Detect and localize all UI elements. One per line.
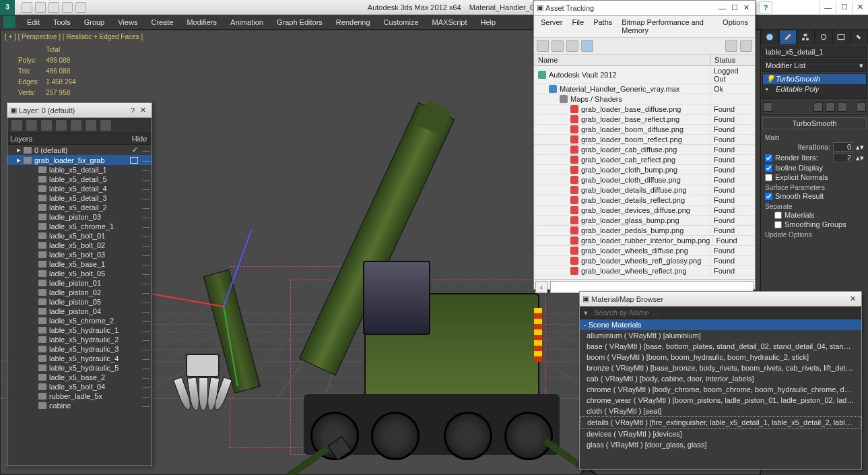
asset-row[interactable]: Maps / Shaders [534, 94, 755, 104]
asset-row[interactable]: grab_loader_cloth_diffuse.pngFound [534, 175, 755, 185]
hierarchy-tab-icon[interactable] [797, 30, 815, 44]
settings-icon[interactable] [740, 40, 752, 52]
qat-save-icon[interactable] [48, 2, 59, 13]
rollout-header[interactable]: TurboSmooth [762, 117, 867, 129]
asset-menu-file[interactable]: File [568, 17, 588, 36]
hide-toggle[interactable]: — [142, 156, 150, 164]
asset-row[interactable]: grab_loader_base_diffuse.pngFound [534, 104, 755, 115]
hide-toggle[interactable]: — [142, 383, 150, 391]
layer-row[interactable]: ladle_piston_01— [7, 278, 152, 288]
sep-materials-checkbox[interactable] [774, 212, 782, 219]
layer-row[interactable]: lable_x5_hydraulic_5— [7, 363, 152, 373]
highlight-editable-icon[interactable] [725, 40, 737, 52]
hide-toggle[interactable]: — [142, 194, 150, 202]
qat-new-icon[interactable] [22, 2, 32, 13]
material-row[interactable]: base ( VRayMtl ) [base, bottom_plates, s… [580, 341, 861, 352]
table-view-icon[interactable] [566, 40, 578, 52]
asset-row[interactable]: grab_loader_boom_reflect.pngFound [534, 135, 755, 145]
layer-list[interactable]: ▸ 0 (default)✓—▸ grab_loader_5x_grab—lab… [7, 145, 152, 452]
hide-toggle[interactable]: — [142, 373, 150, 381]
asset-menu-bitmap-performance-and-memory[interactable]: Bitmap Performance and Memory [617, 17, 717, 36]
hide-toggle[interactable]: — [142, 317, 150, 325]
hide-toggle[interactable]: — [142, 270, 150, 278]
create-tab-icon[interactable] [761, 30, 779, 44]
menu-rendering[interactable]: Rendering [329, 16, 377, 28]
tree-view-icon[interactable] [552, 40, 564, 52]
asset-menu-server[interactable]: Server [537, 17, 566, 36]
viewport-label[interactable]: [ + ] [ Perspective ] [ Realistic + Edge… [5, 33, 143, 40]
asset-row[interactable]: grab_loader_boom_diffuse.pngFound [534, 125, 755, 135]
hide-toggle[interactable]: — [142, 251, 150, 259]
menu-views[interactable]: Views [111, 16, 144, 28]
layer-row[interactable]: ladle_piston_02— [7, 288, 152, 297]
material-row[interactable]: bronze ( VRayMtl ) [base_bronze, body_ri… [580, 362, 861, 373]
hide-toggle[interactable]: — [142, 241, 150, 249]
layer-row[interactable]: ladle_x5_bolt_04— [7, 382, 152, 391]
help-icon[interactable]: ? [128, 106, 137, 115]
qat-redo-icon[interactable] [75, 2, 86, 13]
menu-group[interactable]: Group [77, 16, 112, 28]
asset-row[interactable]: grab_loader_details_diffuse.pngFound [534, 185, 755, 195]
explicit-normals-checkbox[interactable] [765, 174, 772, 181]
smooth-result-checkbox[interactable] [765, 193, 772, 200]
hide-toggle[interactable]: — [142, 279, 150, 287]
display-tab-icon[interactable] [832, 30, 850, 44]
qat-open-icon[interactable] [35, 2, 46, 13]
layer-row[interactable]: ladle_piston_03— [7, 212, 152, 222]
utilities-tab-icon[interactable] [850, 30, 869, 44]
modifier-list-dropdown[interactable]: Modifier List▾ [762, 59, 867, 72]
menu-create[interactable]: Create [144, 16, 180, 28]
material-row[interactable]: devices ( VRayMtl ) [devices] [580, 429, 861, 439]
material-row[interactable]: cloth ( VRayMtl ) [seat] [580, 406, 861, 416]
asset-row[interactable]: grab_loader_wheels_refl_glossy.pngFound [534, 256, 755, 266]
layer-box-icon[interactable] [130, 157, 138, 164]
hide-layer-icon[interactable] [86, 120, 96, 131]
maximize-button[interactable]: ☐ [836, 1, 852, 13]
menu-customize[interactable]: Customize [377, 16, 426, 28]
asset-row[interactable]: grab_loader_pedals_bump.pngFound [534, 226, 755, 236]
modifier-stack[interactable]: 💡 TurboSmooth▪ Editable Poly [762, 73, 867, 99]
asset-window-titlebar[interactable]: ▣ Asset Tracking — ☐ ✕ [534, 1, 755, 15]
layer-row[interactable]: ladle_x5_bolt_02— [7, 241, 152, 250]
layer-row[interactable]: ladle_x5_chrome_1— [7, 222, 152, 231]
layer-row[interactable]: lable_x5_detail_4— [7, 184, 152, 193]
menu-maxscript[interactable]: MAXScript [426, 16, 474, 28]
maximize-icon[interactable]: ☐ [729, 3, 741, 12]
vertex-icon[interactable]: ▪ [766, 85, 774, 93]
iterations-spinner[interactable] [833, 142, 853, 152]
asset-row[interactable]: grab_loader_cab_diffuse.pngFound [534, 145, 755, 155]
layer-row[interactable]: ▸ grab_loader_5x_grab— [7, 155, 152, 165]
asset-row[interactable]: grab_loader_cab_reflect.pngFound [534, 155, 755, 165]
layer-row[interactable]: ladle_x5_bolt_01— [7, 231, 152, 241]
add-to-layer-icon[interactable] [41, 120, 52, 131]
hide-toggle[interactable]: — [142, 307, 150, 315]
layer-row[interactable]: lable_x5_hydraulic_1— [7, 325, 152, 335]
col-hide[interactable]: Hide [130, 135, 149, 143]
hide-toggle[interactable]: — [142, 146, 150, 154]
asset-row[interactable]: grab_loader_glass_bump.pngFound [534, 216, 755, 226]
close-icon[interactable]: ✕ [741, 3, 752, 12]
material-row[interactable]: chrome ( VRayMtl ) [body_chrome, boom_ch… [580, 384, 861, 395]
hide-toggle[interactable]: — [142, 345, 150, 353]
isoline-checkbox[interactable] [765, 164, 772, 172]
modify-tab-icon[interactable] [779, 30, 797, 44]
toggle-view-icon[interactable] [581, 40, 593, 52]
sep-smoothing-checkbox[interactable] [774, 221, 782, 228]
app-logo-icon[interactable]: 3 [0, 0, 15, 15]
object-name-field[interactable]: lable_x5_detail_1 [762, 46, 867, 58]
motion-tab-icon[interactable] [815, 30, 833, 44]
hide-toggle[interactable]: — [142, 298, 150, 306]
hide-toggle[interactable]: — [142, 222, 150, 230]
spinner-arrows-icon[interactable]: ▴▾ [856, 154, 864, 162]
freeze-layer-icon[interactable] [100, 120, 111, 131]
hide-toggle[interactable]: — [142, 392, 150, 400]
layer-row[interactable]: ladle_x5_base_1— [7, 259, 152, 269]
layer-row[interactable]: lable_x5_hydraulic_2— [7, 335, 152, 344]
asset-menu-options[interactable]: Options [719, 17, 752, 36]
layer-row[interactable]: ▸ 0 (default)✓— [7, 145, 152, 155]
menu-tools[interactable]: Tools [46, 16, 77, 28]
asset-menu-paths[interactable]: Paths [589, 17, 616, 36]
new-layer-icon[interactable] [11, 120, 22, 131]
help-icon[interactable]: ? [759, 1, 772, 13]
material-row[interactable]: cab ( VRayMtl ) [body, cabine, door, int… [580, 373, 861, 384]
